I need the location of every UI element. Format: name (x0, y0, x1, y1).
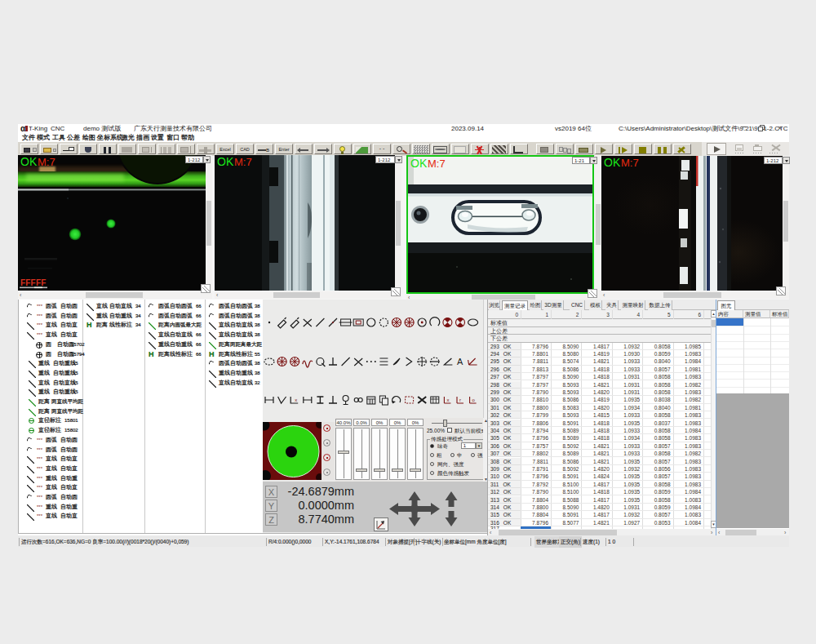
svg-text:M:7: M:7 (38, 156, 55, 168)
svg-text:OK: OK (410, 157, 428, 170)
svg-text:x: x (446, 398, 449, 402)
svg-text:o: o (472, 398, 476, 402)
svg-text:M:7: M:7 (428, 158, 446, 170)
svg-text:OK: OK (604, 156, 621, 169)
svg-text:A: A (457, 357, 463, 366)
svg-text:M:7: M:7 (234, 156, 252, 168)
svg-text:r: r (459, 398, 461, 402)
svg-text:OK: OK (20, 155, 38, 168)
svg-text:M:7: M:7 (621, 157, 639, 169)
svg-text:x: x (295, 398, 297, 402)
svg-text:FFFFF: FFFFF (20, 278, 47, 287)
svg-text:OK: OK (217, 155, 234, 168)
